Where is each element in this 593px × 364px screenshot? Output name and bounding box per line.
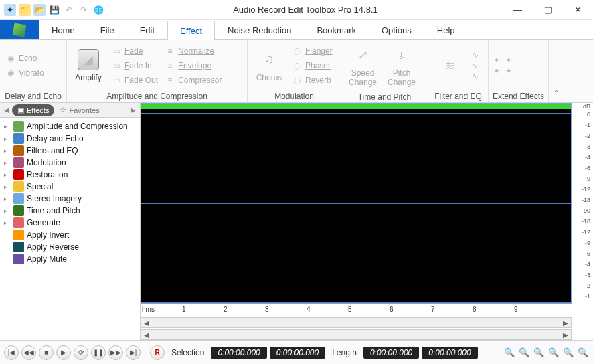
side-tab-favorites[interactable]: ☆Favorites — [54, 104, 104, 116]
transport-forward-button[interactable]: ▶▶ — [108, 345, 123, 360]
tree-item[interactable]: ▸Restoration — [0, 169, 140, 181]
tab-effect[interactable]: Effect — [167, 21, 215, 40]
transport-end-button[interactable]: ▶| — [126, 345, 141, 360]
zoom-out-icon[interactable]: 🔍 — [518, 347, 530, 359]
fade-out-button[interactable]: ▭Fade Out — [108, 73, 161, 88]
tab-bookmark[interactable]: Bookmark — [304, 20, 369, 39]
envelope-button[interactable]: ≡Envelope — [162, 58, 224, 73]
selection-to[interactable]: 0:00:00.000 — [270, 347, 325, 359]
fade-button[interactable]: ▭Fade — [108, 43, 161, 58]
h-scrollbar[interactable]: ◀ ▶ — [141, 317, 572, 328]
qat-icon-2[interactable]: 📁 — [19, 4, 31, 16]
expand-icon[interactable]: ▸ — [4, 159, 11, 166]
expand-icon[interactable]: ▸ — [4, 207, 11, 214]
expand-icon[interactable]: ▸ — [4, 183, 11, 190]
filter-button-1[interactable]: ≋ — [431, 52, 469, 79]
qat-icon-3[interactable]: 📂 — [33, 4, 46, 16]
scroll-left-button[interactable]: ◀ — [141, 330, 152, 339]
zoom-v-out-icon[interactable]: 🔍 — [577, 347, 589, 359]
zoom-sel-icon[interactable]: 🔍 — [533, 347, 545, 359]
tab-edit[interactable]: Edit — [127, 20, 167, 39]
transport-pause-button[interactable]: ❚❚ — [91, 345, 106, 360]
tree-item[interactable]: ▸Special — [0, 181, 140, 193]
ribbon-collapse-button[interactable]: ˄ — [549, 40, 564, 102]
length-from[interactable]: 0:00:00.000 — [363, 347, 419, 359]
app-button[interactable] — [0, 20, 39, 39]
chorus-button[interactable]: ♫Chorus — [250, 46, 288, 85]
selection-bar[interactable] — [141, 104, 571, 109]
expand-icon[interactable]: ▸ — [4, 195, 11, 202]
tree-item[interactable]: ▸Delay and Echo — [0, 132, 140, 145]
tree-item[interactable]: ▸Time and Pitch — [0, 205, 140, 217]
scroll-right-button[interactable]: ▶ — [560, 318, 571, 327]
close-button[interactable]: ✕ — [563, 0, 593, 20]
tree-item[interactable]: ·Apply Invert — [0, 229, 140, 241]
ext-icon-4[interactable]: ✦ — [503, 66, 514, 76]
maximize-button[interactable]: ▢ — [533, 0, 563, 20]
h-scrollbar-2[interactable]: ◀ ▶ — [141, 329, 572, 340]
tree-item[interactable]: ·Apply Mute — [0, 253, 140, 265]
ext-icon-2[interactable]: ✦ — [491, 66, 502, 76]
transport-loop-button[interactable]: ⟳ — [74, 345, 88, 360]
tab-noise-reduction[interactable]: Noise Reduction — [215, 20, 304, 39]
side-next-button[interactable]: ▶ — [128, 105, 139, 116]
fade-in-button[interactable]: ▭Fade In — [108, 58, 161, 73]
transport-rewind-button[interactable]: ◀◀ — [21, 345, 36, 360]
tab-help[interactable]: Help — [424, 20, 468, 39]
transport-play-button[interactable]: ▶ — [56, 345, 71, 360]
expand-icon[interactable]: · — [4, 232, 11, 238]
eq-small-icon-3[interactable]: ∿ — [470, 71, 481, 82]
eq-small-icon-2[interactable]: ∿ — [470, 60, 481, 71]
reverb-button[interactable]: ◌Reverb — [289, 73, 335, 88]
expand-icon[interactable]: ▸ — [4, 219, 11, 226]
expand-icon[interactable]: ▸ — [4, 147, 11, 154]
flanger-button[interactable]: ◌Flanger — [289, 43, 335, 58]
zoom-v-in-icon[interactable]: 🔍 — [562, 347, 574, 359]
pitch-change-button[interactable]: ⫰Pitch Change — [383, 41, 420, 90]
save-icon[interactable]: 💾 — [48, 4, 60, 16]
effects-tree[interactable]: ▸Amplitude and Compression▸Delay and Ech… — [0, 118, 140, 340]
tab-file[interactable]: File — [88, 20, 127, 39]
compressor-button[interactable]: ≡Compressor — [162, 73, 224, 88]
tree-item[interactable]: ▸Generate — [0, 217, 140, 229]
qat-globe-icon[interactable]: 🌐 — [92, 4, 104, 16]
time-ruler[interactable]: hms 123456789 — [141, 304, 572, 316]
tree-item[interactable]: ·Apply Reverse — [0, 241, 140, 253]
qat-icon-1[interactable]: ✦ — [4, 4, 16, 16]
undo-icon[interactable]: ↶ — [63, 4, 75, 16]
phaser-button[interactable]: ◌Phaser — [289, 58, 335, 73]
ext-icon-3[interactable]: ✦ — [503, 55, 514, 66]
tab-home[interactable]: Home — [39, 20, 88, 39]
length-to[interactable]: 0:00:00.000 — [422, 347, 477, 359]
expand-icon[interactable]: ▸ — [4, 123, 11, 130]
transport-begin-button[interactable]: |◀ — [4, 345, 19, 360]
tab-options[interactable]: Options — [369, 20, 424, 39]
tree-item[interactable]: ▸Amplitude and Compression — [0, 120, 140, 132]
expand-icon[interactable]: · — [4, 256, 11, 262]
record-button[interactable]: R — [150, 345, 165, 360]
side-tab-effects[interactable]: ▣Effects — [12, 104, 54, 116]
minimize-button[interactable]: — — [503, 0, 533, 20]
tree-item[interactable]: ▸Modulation — [0, 157, 140, 169]
tree-item[interactable]: ▸Stereo Imagery — [0, 193, 140, 205]
scroll-left-button[interactable]: ◀ — [141, 318, 152, 327]
waveform-track[interactable] — [141, 103, 572, 304]
normalize-button[interactable]: ≡Normalize — [162, 43, 224, 58]
tree-item[interactable]: ▸Filters and EQ — [0, 145, 140, 157]
vibrato-button[interactable]: ◉Vibrato — [3, 66, 47, 80]
selection-from[interactable]: 0:00:00.000 — [211, 347, 266, 359]
scroll-right-button[interactable]: ▶ — [560, 330, 571, 339]
amplify-button[interactable]: ◢Amplify — [70, 46, 107, 85]
echo-button[interactable]: ◉Echo — [3, 51, 47, 66]
expand-icon[interactable]: ▸ — [4, 171, 11, 178]
zoom-fit-icon[interactable]: 🔍 — [547, 347, 560, 359]
side-prev-button[interactable]: ◀ — [1, 105, 12, 116]
speed-change-button[interactable]: ⤢Speed Change — [344, 41, 382, 90]
eq-small-icon[interactable]: ∿ — [470, 50, 481, 60]
expand-icon[interactable]: · — [4, 244, 11, 250]
expand-icon[interactable]: ▸ — [4, 135, 11, 142]
zoom-in-icon[interactable]: 🔍 — [503, 347, 515, 359]
redo-icon[interactable]: ↷ — [78, 4, 90, 16]
ext-icon-1[interactable]: ✦ — [491, 55, 502, 66]
transport-stop-button[interactable]: ■ — [39, 345, 54, 360]
